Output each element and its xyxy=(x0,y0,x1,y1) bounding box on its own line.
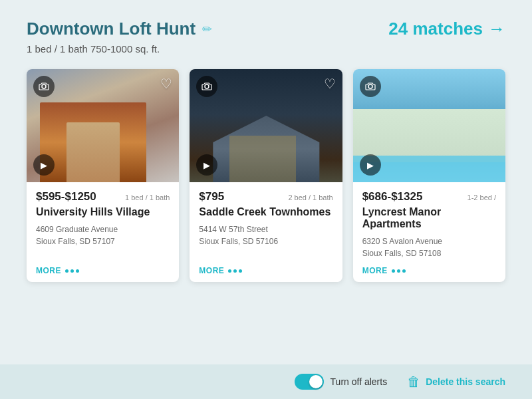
svg-point-0 xyxy=(42,84,46,88)
toggle-label: Turn off alerts xyxy=(331,376,388,387)
more-row-3: MORE xyxy=(362,266,496,275)
camera-icon-3[interactable] xyxy=(360,76,381,97)
title-row: Downtown Loft Hunt ✏ xyxy=(27,19,212,39)
more-row-1: MORE xyxy=(36,266,170,275)
dot-2 xyxy=(70,269,74,273)
play-icon-1[interactable]: ▶ xyxy=(33,154,55,176)
beds-baths-3: 1-2 bed / xyxy=(467,194,496,201)
more-dots-3 xyxy=(392,269,406,273)
property-card-1: ♡ ▶ $595-$1250 1 bed / 1 bath University… xyxy=(27,69,179,282)
page-header: Downtown Loft Hunt ✏ 1 bed / 1 bath 750-… xyxy=(0,0,532,63)
card-body-2: $795 2 bed / 1 bath Saddle Creek Townhom… xyxy=(190,182,342,282)
cards-container: ♡ ▶ $595-$1250 1 bed / 1 bath University… xyxy=(0,63,532,293)
address-line2-1: Sioux Falls, SD 57107 xyxy=(36,237,115,246)
header-left: Downtown Loft Hunt ✏ 1 bed / 1 bath 750-… xyxy=(27,19,212,55)
delete-label: Delete this search xyxy=(426,376,505,387)
price-row-2: $795 2 bed / 1 bath xyxy=(199,190,332,203)
card-body-3: $686-$1325 1-2 bed / Lyncrest Manor Apar… xyxy=(353,182,505,282)
address-line1-3: 6320 S Avalon Avenue xyxy=(362,237,442,246)
price-2: $795 xyxy=(199,190,224,203)
more-dots-2 xyxy=(228,269,242,273)
address-line2-3: Sioux Falls, SD 57108 xyxy=(362,249,442,258)
beds-baths-1: 1 bed / 1 bath xyxy=(125,194,170,201)
more-link-2[interactable]: MORE xyxy=(199,266,224,275)
more-link-3[interactable]: MORE xyxy=(362,266,388,275)
matches-text: 24 matches xyxy=(388,19,483,39)
property-name-2: Saddle Creek Townhomes xyxy=(199,206,332,218)
card-image-1: ♡ ▶ xyxy=(27,69,179,182)
address-3: 6320 S Avalon Avenue Sioux Falls, SD 571… xyxy=(362,235,496,259)
matches-link[interactable]: 24 matches → xyxy=(388,19,505,39)
toggle-thumb xyxy=(309,375,323,388)
dot-9 xyxy=(402,269,406,273)
delete-search-section[interactable]: 🗑 Delete this search xyxy=(407,374,505,390)
camera-icon-1[interactable] xyxy=(33,76,55,97)
address-1: 4609 Graduate Avenue Sioux Falls, SD 571… xyxy=(36,223,170,259)
favorite-icon-1[interactable]: ♡ xyxy=(160,76,172,92)
card-body-1: $595-$1250 1 bed / 1 bath University Hil… xyxy=(27,182,179,282)
play-icon-3[interactable]: ▶ xyxy=(360,154,381,176)
property-card-3: ▶ $686-$1325 1-2 bed / Lyncrest Manor Ap… xyxy=(353,69,505,282)
card-image-2: ♡ ▶ xyxy=(190,69,342,182)
more-dots-1 xyxy=(65,269,79,273)
dot-1 xyxy=(65,269,68,273)
edit-icon[interactable]: ✏ xyxy=(202,22,212,37)
more-row-2: MORE xyxy=(199,266,332,275)
price-3: $686-$1325 xyxy=(362,190,423,203)
dot-6 xyxy=(239,269,242,273)
card-image-3: ▶ xyxy=(353,69,505,182)
price-1: $595-$1250 xyxy=(36,190,96,203)
footer: Turn off alerts 🗑 Delete this search xyxy=(0,364,532,399)
search-criteria: 1 bed / 1 bath 750-1000 sq. ft. xyxy=(27,43,212,55)
search-title: Downtown Loft Hunt xyxy=(27,19,196,39)
price-row-1: $595-$1250 1 bed / 1 bath xyxy=(36,190,170,203)
property-name-3: Lyncrest Manor Apartments xyxy=(362,206,496,230)
price-row-3: $686-$1325 1-2 bed / xyxy=(362,190,496,203)
alerts-toggle-section: Turn off alerts xyxy=(295,374,388,390)
property-card-2: ♡ ▶ $795 2 bed / 1 bath Saddle Creek Tow… xyxy=(190,69,342,282)
dot-3 xyxy=(76,269,79,273)
dot-4 xyxy=(228,269,231,273)
dot-7 xyxy=(392,269,395,273)
svg-point-1 xyxy=(205,84,209,88)
more-link-1[interactable]: MORE xyxy=(36,266,61,275)
address-line2-2: Sioux Falls, SD 57106 xyxy=(199,237,278,246)
trash-icon: 🗑 xyxy=(407,374,420,390)
address-2: 5414 W 57th Street Sioux Falls, SD 57106 xyxy=(199,223,332,259)
dot-5 xyxy=(233,269,237,273)
property-name-1: University Hills Village xyxy=(36,206,170,218)
matches-arrow: → xyxy=(488,19,505,39)
alerts-toggle[interactable] xyxy=(295,374,324,390)
dot-8 xyxy=(397,269,400,273)
svg-point-2 xyxy=(368,84,372,88)
favorite-icon-2[interactable]: ♡ xyxy=(324,76,336,92)
beds-baths-2: 2 bed / 1 bath xyxy=(288,194,332,201)
address-line1-2: 5414 W 57th Street xyxy=(199,225,267,234)
address-line1-1: 4609 Graduate Avenue xyxy=(36,225,118,234)
